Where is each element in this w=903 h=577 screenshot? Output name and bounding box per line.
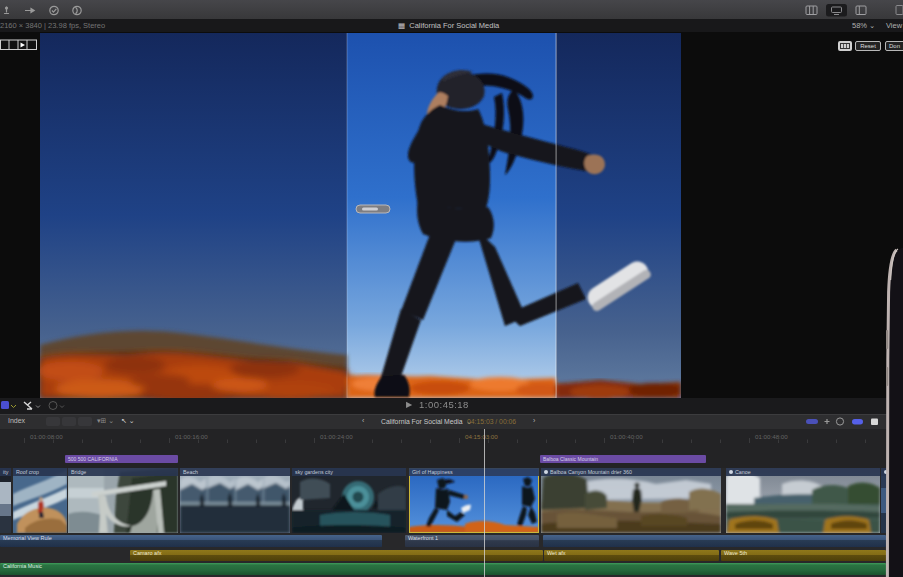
svg-text:01:00:48:00: 01:00:48:00	[755, 433, 788, 440]
svg-text:01:00:08:00: 01:00:08:00	[30, 433, 63, 440]
svg-text:01:00:40:00: 01:00:40:00	[610, 433, 643, 440]
svg-text:04:15:03:00: 04:15:03:00	[465, 433, 498, 440]
svg-text:01:00:16:00: 01:00:16:00	[175, 433, 208, 440]
svg-text:01:00:24:00: 01:00:24:00	[320, 433, 353, 440]
